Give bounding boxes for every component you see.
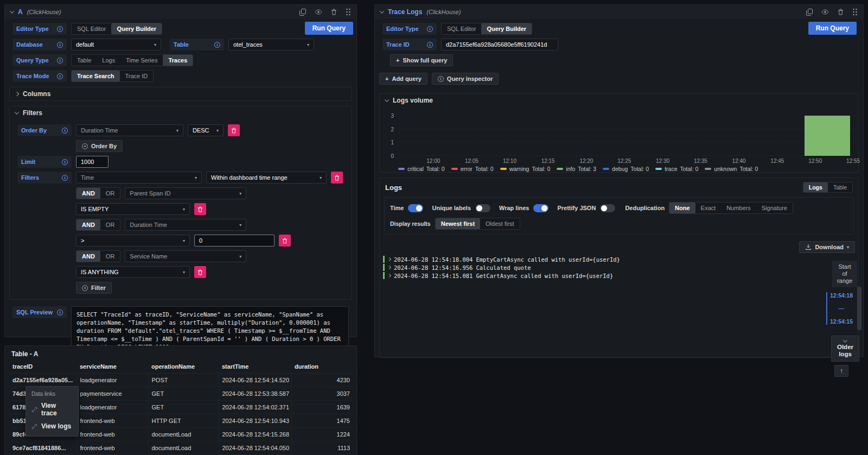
trace-id-link[interactable]: d2a7155ef6a928a05...: [9, 374, 76, 387]
show-full-query-button[interactable]: +Show full query: [390, 54, 453, 66]
query-type-traces[interactable]: Traces: [163, 55, 193, 66]
duplicate-icon[interactable]: [806, 9, 813, 16]
info-icon[interactable]: i: [214, 42, 220, 48]
scrollbar-thumb[interactable]: [857, 287, 861, 330]
info-icon[interactable]: i: [62, 128, 68, 134]
info-icon[interactable]: i: [57, 58, 63, 64]
legend-warning[interactable]: warningTotal: 0: [500, 166, 551, 172]
info-icon[interactable]: i: [57, 42, 63, 48]
log-line[interactable]: 2024-06-28 12:54:18.004 EmptyCartAsync c…: [383, 255, 820, 263]
info-icon[interactable]: i: [57, 309, 63, 315]
legend-debug[interactable]: debugTotal: 0: [603, 166, 649, 172]
columns-section-header[interactable]: Columns: [10, 87, 352, 100]
view-table-option[interactable]: Table: [828, 182, 852, 193]
add-order-by-button[interactable]: +Order By: [76, 140, 123, 152]
info-icon[interactable]: i: [57, 73, 63, 79]
add-filter-button[interactable]: +Filter: [76, 282, 112, 294]
chevron-down-icon[interactable]: [10, 9, 14, 13]
expand-chevron-icon[interactable]: [387, 266, 391, 269]
limit-input[interactable]: 1000: [76, 156, 108, 168]
expand-chevron-icon[interactable]: [387, 274, 391, 277]
col-traceid[interactable]: traceID: [9, 360, 76, 374]
table-select[interactable]: otel_traces▾: [228, 39, 314, 50]
legend-info[interactable]: infoTotal: 3: [557, 166, 596, 172]
log-range-timeline[interactable]: 12:54:18 — 12:54:15: [826, 292, 853, 325]
add-query-button[interactable]: +Add query: [379, 73, 427, 85]
editor-type-query-builder[interactable]: Query Builder: [111, 23, 162, 34]
editor-type-sql-editor[interactable]: SQL Editor: [442, 23, 481, 34]
legend-error[interactable]: errorTotal: 0: [451, 166, 494, 172]
remove-filter-button[interactable]: [279, 235, 291, 247]
editor-type-sql-editor[interactable]: SQL Editor: [72, 23, 111, 34]
trace-id-link[interactable]: 9ce7acf81841886...: [9, 441, 76, 455]
run-query-button[interactable]: Run Query: [808, 22, 857, 35]
order-by-direction-select[interactable]: DESC▾: [188, 124, 224, 136]
col-starttime[interactable]: startTime: [219, 360, 291, 374]
filter-operator-select[interactable]: IS ANYTHING▾: [76, 266, 190, 278]
duplicate-icon[interactable]: [299, 9, 306, 16]
trash-icon[interactable]: [838, 9, 844, 15]
scroll-to-top-button[interactable]: ↑: [834, 365, 848, 377]
dedup-signature[interactable]: Signature: [756, 203, 793, 213]
info-log-bar[interactable]: [805, 116, 850, 156]
log-line[interactable]: 2024-06-28 12:54:16.956 Calculated quote: [383, 263, 820, 271]
remove-filter-button[interactable]: [331, 172, 343, 184]
view-trace-menu-item[interactable]: View trace: [26, 399, 78, 420]
remove-filter-button[interactable]: [194, 266, 206, 278]
legend-critical[interactable]: criticalTotal: 0: [398, 166, 445, 172]
view-logs-option[interactable]: Logs: [803, 182, 828, 192]
logs-volume-chart[interactable]: [398, 116, 855, 156]
dedup-none[interactable]: None: [669, 203, 695, 213]
bool-or[interactable]: OR: [100, 251, 120, 262]
oldest-first-option[interactable]: Oldest first: [480, 218, 520, 229]
range-oldest-time[interactable]: 12:54:15: [830, 318, 853, 325]
range-newest-time[interactable]: 12:54:18: [830, 292, 853, 299]
query-type-time-series[interactable]: Time Series: [120, 55, 163, 66]
col-operationname[interactable]: operationName: [148, 360, 219, 374]
info-icon[interactable]: i: [57, 26, 63, 32]
filter-field-select[interactable]: Time▾: [76, 172, 202, 184]
query-type-table[interactable]: Table: [72, 55, 97, 66]
query-type-logs[interactable]: Logs: [97, 55, 120, 66]
remove-order-by-button[interactable]: [228, 124, 240, 136]
unique-labels-toggle[interactable]: [475, 204, 490, 212]
trace-mode-trace-id[interactable]: Trace ID: [120, 71, 154, 81]
col-duration[interactable]: duration: [291, 360, 353, 374]
info-icon[interactable]: i: [427, 26, 433, 32]
bool-and[interactable]: AND: [76, 251, 100, 262]
remove-filter-button[interactable]: [194, 203, 206, 215]
expand-chevron-icon[interactable]: [387, 257, 391, 261]
info-icon[interactable]: i: [62, 175, 68, 181]
filters-section-header[interactable]: Filters: [10, 106, 352, 119]
logs-volume-header[interactable]: Logs volume: [380, 94, 858, 107]
col-servicename[interactable]: serviceName: [76, 360, 148, 374]
trash-icon[interactable]: [331, 9, 337, 15]
database-select[interactable]: default▾: [71, 39, 161, 50]
order-by-field-select[interactable]: Duration Time▾: [76, 124, 183, 136]
bool-and[interactable]: AND: [76, 188, 100, 199]
drag-handle-icon[interactable]: [852, 8, 858, 16]
eye-icon[interactable]: [315, 9, 322, 15]
editor-type-query-builder[interactable]: Query Builder: [481, 23, 532, 34]
filter-operator-select[interactable]: >▾: [76, 235, 190, 247]
log-line[interactable]: 2024-06-28 12:54:15.081 GetCartAsync cal…: [383, 271, 820, 280]
dedup-exact[interactable]: Exact: [695, 203, 722, 213]
bool-and[interactable]: AND: [76, 219, 100, 230]
legend-unknown[interactable]: unknownTotal: 0: [705, 166, 758, 172]
view-logs-menu-item[interactable]: View logs: [26, 420, 78, 433]
filter-operator-select[interactable]: IS EMPTY▾: [76, 203, 190, 215]
info-icon[interactable]: i: [427, 42, 433, 48]
legend-trace[interactable]: traceTotal: 0: [655, 166, 698, 172]
trace-mode-trace-search[interactable]: Trace Search: [72, 71, 120, 81]
time-toggle[interactable]: [408, 204, 423, 212]
filter-operator-select[interactable]: Within dashboard time range▾: [206, 172, 327, 184]
run-query-button[interactable]: Run Query: [305, 22, 353, 35]
filter-field-select[interactable]: Parent Span ID▾: [125, 187, 246, 199]
chevron-down-icon[interactable]: [380, 9, 384, 13]
filter-field-select[interactable]: Service Name▾: [125, 250, 246, 262]
older-logs-button[interactable]: Older logs: [831, 336, 859, 362]
info-icon[interactable]: i: [62, 159, 68, 165]
eye-icon[interactable]: [821, 9, 829, 15]
prettify-json-toggle[interactable]: [600, 204, 615, 212]
query-inspector-button[interactable]: iQuery inspector: [432, 73, 499, 85]
